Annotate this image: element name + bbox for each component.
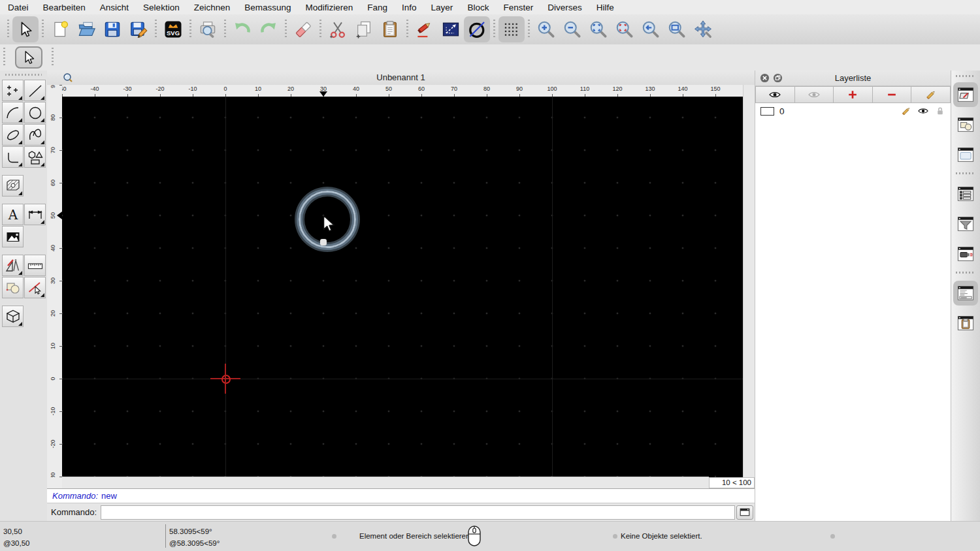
edit-layer-icon[interactable] xyxy=(900,104,913,118)
zoom-back-button[interactable] xyxy=(638,16,664,42)
palette-drag-handle[interactable] xyxy=(5,74,42,76)
drawing-canvas[interactable] xyxy=(62,97,743,477)
menu-block[interactable]: Block xyxy=(467,3,489,12)
ruler-label: 30 xyxy=(50,275,57,287)
draw-edit-button[interactable] xyxy=(412,16,438,42)
menu-diverses[interactable]: Diverses xyxy=(547,3,582,12)
zoom-window-button[interactable] xyxy=(664,16,690,42)
trim-tools-button[interactable] xyxy=(24,277,46,298)
menu-datei[interactable]: Datei xyxy=(8,3,29,12)
point-tools-button[interactable] xyxy=(2,80,24,101)
reference-point-handle[interactable] xyxy=(320,239,327,245)
image-tool-button[interactable] xyxy=(2,226,24,247)
command-window-button[interactable] xyxy=(736,505,753,520)
view-list-panel-button[interactable] xyxy=(953,142,978,167)
save-button[interactable] xyxy=(99,16,125,42)
library-browser-panel-button[interactable] xyxy=(953,181,978,206)
add-layer-button[interactable] xyxy=(834,86,873,103)
measure-tools-button[interactable] xyxy=(24,255,46,276)
toolbar-separator xyxy=(189,20,191,39)
selection-tool-button[interactable] xyxy=(15,46,42,69)
menu-layer[interactable]: Layer xyxy=(431,3,453,12)
dock-drag-handle[interactable] xyxy=(956,75,975,77)
misc-draw-tools-button[interactable] xyxy=(2,255,24,276)
hatch-tools-button[interactable] xyxy=(2,175,24,197)
text-tool-button[interactable]: A xyxy=(2,204,24,225)
cut-button[interactable] xyxy=(325,16,351,42)
palette-row: A xyxy=(0,204,47,226)
menu-info[interactable]: Info xyxy=(402,3,417,12)
polar-absolute: 58.3095<59° xyxy=(169,526,220,537)
grid-toggle-button[interactable] xyxy=(498,16,525,42)
zoom-previous-button[interactable] xyxy=(612,16,638,42)
clipboard-panel-button[interactable] xyxy=(953,311,978,336)
zoom-auto-button[interactable] xyxy=(585,16,612,42)
image-tool-icon xyxy=(3,227,23,247)
menu-modifizieren[interactable]: Modifizieren xyxy=(306,3,353,12)
menu-bemassung[interactable]: Bemassung xyxy=(244,3,291,12)
new-document-button[interactable] xyxy=(47,16,73,42)
spline-tools-button[interactable] xyxy=(24,124,46,146)
zoom-window-icon xyxy=(667,20,687,39)
dimension-tools-button[interactable] xyxy=(24,204,46,225)
submenu-indicator xyxy=(18,271,22,275)
shape-tools-button[interactable] xyxy=(24,146,46,168)
layer-list-panel-button[interactable] xyxy=(953,82,978,107)
zoom-previous-icon xyxy=(615,20,634,39)
line-tools-button[interactable] xyxy=(24,80,46,101)
hide-all-layers-button[interactable] xyxy=(795,86,834,103)
remove-layer-button[interactable] xyxy=(873,86,912,103)
menu-fang[interactable]: Fang xyxy=(367,3,387,12)
redo-button[interactable] xyxy=(255,16,282,42)
layer-list-panel: Layerliste 0 xyxy=(755,71,951,521)
measure-distance-button[interactable] xyxy=(438,16,464,42)
lamp-panel-button[interactable] xyxy=(953,242,978,266)
panel-close-button[interactable] xyxy=(760,73,770,83)
panel-float-button[interactable] xyxy=(773,73,783,83)
polyline-tools-button[interactable] xyxy=(2,146,24,168)
paste-button[interactable] xyxy=(377,16,403,42)
toolbar-drag-handle[interactable] xyxy=(3,48,5,67)
open-document-button[interactable] xyxy=(73,16,99,42)
status-dot xyxy=(332,534,336,539)
menu-ansicht[interactable]: Ansicht xyxy=(100,3,129,12)
horizontal-scrollbar[interactable] xyxy=(62,477,709,488)
menu-bar: DateiBearbeitenAnsichtSelektionZeichnenB… xyxy=(0,0,980,15)
print-preview-button[interactable] xyxy=(195,16,221,42)
menu-hilfe[interactable]: Hilfe xyxy=(596,3,614,12)
undo-button[interactable] xyxy=(229,16,255,42)
ruler-label: 20 xyxy=(50,307,57,319)
toolbar-separator xyxy=(224,20,226,39)
layer-row[interactable]: 0 xyxy=(755,103,951,119)
command-line-panel-button[interactable] xyxy=(953,281,978,306)
zoom-out-button[interactable] xyxy=(559,16,585,42)
copy-button[interactable] xyxy=(351,16,377,42)
selection-pointer-button[interactable] xyxy=(12,16,39,42)
circle-tool-button[interactable] xyxy=(464,16,490,42)
circle-tools-button[interactable] xyxy=(24,102,46,123)
svg-export-button[interactable]: SVG xyxy=(160,16,186,42)
block-list-panel-button[interactable] xyxy=(953,112,978,137)
submenu-indicator xyxy=(18,322,22,326)
modify-tools-button[interactable] xyxy=(2,277,24,298)
document-title-bar[interactable]: Unbenannt 1 xyxy=(47,71,755,86)
menu-zeichnen[interactable]: Zeichnen xyxy=(194,3,231,12)
menu-bearbeiten[interactable]: Bearbeiten xyxy=(43,3,86,12)
edit-layer-button[interactable] xyxy=(911,86,951,103)
vertical-scrollbar[interactable] xyxy=(743,85,755,477)
save-as-button[interactable] xyxy=(125,16,152,42)
layer-lock-icon[interactable] xyxy=(934,104,947,118)
arc-tools-button[interactable] xyxy=(2,102,24,123)
menu-fenster[interactable]: Fenster xyxy=(503,3,533,12)
toolbar-drag-handle[interactable] xyxy=(7,20,9,39)
command-input[interactable] xyxy=(101,505,735,520)
zoom-in-button[interactable] xyxy=(533,16,559,42)
solid-tools-button[interactable] xyxy=(2,306,24,327)
selection-filter-panel-button[interactable] xyxy=(953,212,978,236)
ellipse-tools-button[interactable] xyxy=(2,124,24,146)
show-all-layers-button[interactable] xyxy=(755,86,795,103)
delete-erase-button[interactable] xyxy=(290,16,316,42)
layer-visibility-icon[interactable] xyxy=(917,104,930,118)
zoom-pan-button[interactable] xyxy=(690,16,716,42)
menu-selektion[interactable]: Selektion xyxy=(143,3,180,12)
